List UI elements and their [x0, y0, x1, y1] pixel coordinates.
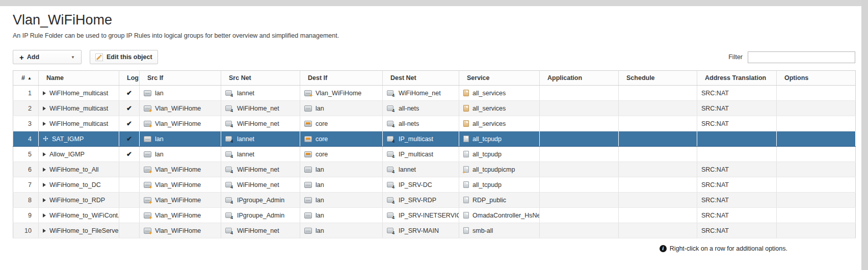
object-name: IP_SRV-DC: [399, 181, 432, 188]
object-name: WiFiHome_net: [237, 105, 279, 112]
object-name: all_tcpudp: [472, 136, 502, 143]
expand-arrow-icon[interactable]: [43, 168, 46, 172]
rule-name: WiFIHome_multicast: [49, 105, 108, 112]
object-name: Vlan_WiFiHome: [155, 227, 201, 234]
ipv4-network-icon: 4: [225, 121, 232, 126]
column-header-src_net[interactable]: Src Net: [221, 71, 300, 86]
cell-options: [777, 86, 856, 101]
column-header-service[interactable]: Service: [459, 71, 540, 86]
cell-service: all_services: [459, 101, 540, 116]
object-name: lannet: [237, 136, 254, 143]
expand-arrow-icon[interactable]: [43, 152, 46, 156]
footer-note: i Right-click on a row for additional op…: [13, 245, 787, 252]
add-button[interactable]: + Add ▼: [13, 50, 82, 64]
table-row[interactable]: 6WiFiHome_to_AllVlan_WiFiHome4WiFiHome_n…: [13, 162, 856, 177]
table-row[interactable]: 5Allow_IGMP✔lan4lannetcore4IP_multicasta…: [13, 147, 856, 162]
table-row[interactable]: 7WiFiHome_to_DCVlan_WiFiHome4WiFiHome_ne…: [13, 177, 856, 193]
cell-schedule: [619, 208, 697, 223]
table-row[interactable]: 8WiFiHome_to_RDPVlan_WiFiHome4IPgroupe_A…: [13, 193, 856, 208]
column-header-schedule[interactable]: Schedule: [619, 71, 697, 86]
column-header-dest_if[interactable]: Dest If: [300, 71, 383, 86]
column-label: Src If: [147, 74, 163, 82]
core-interface-icon: [304, 151, 312, 157]
table-row[interactable]: 2WiFIHome_multicast✔Vlan_WiFiHome4WiFiHo…: [13, 101, 856, 116]
column-header-address_translation[interactable]: Address Translation: [697, 71, 777, 86]
table-row[interactable]: 9WiFiHome_to_WiFiCont...Vlan_WiFiHome4IP…: [13, 208, 856, 223]
info-icon: i: [660, 245, 667, 252]
expand-arrow-icon[interactable]: [43, 198, 46, 202]
rule-name: WiFiHome_to_All: [49, 166, 99, 173]
ipv4-network-icon: 4: [225, 228, 232, 233]
cell-schedule: [619, 86, 697, 101]
cell-src-if: Vlan_WiFiHome: [140, 116, 221, 131]
vlan-interface-icon: [144, 228, 151, 234]
object-name: Vlan_WiFiHome: [155, 197, 201, 204]
interface-icon: [144, 151, 151, 157]
cell-options: [777, 101, 856, 116]
table-row[interactable]: 1WiFIHome_multicast✔lan4lannetVlan_WiFiH…: [13, 86, 856, 101]
expand-arrow-icon[interactable]: [43, 213, 46, 218]
cell-schedule: [619, 101, 697, 116]
expand-arrow-icon[interactable]: [43, 106, 46, 111]
cell-src-net: 4WiFiHome_net: [221, 116, 300, 131]
cell-address-translation: SRC:NAT: [697, 116, 777, 131]
ipv4-network-icon: 4: [387, 212, 393, 218]
object-name: IP_SRV-RDP: [399, 197, 436, 204]
cell-dest-if: lan: [300, 223, 383, 238]
toolbar: + Add ▼ Edit this object Filter: [13, 50, 855, 64]
cell-options: [777, 131, 856, 147]
rules-table: #▲NameLogSrc IfSrc NetDest IfDest NetSer…: [13, 70, 856, 238]
cell-service: all_tcpudp: [459, 177, 540, 193]
vlan-interface-icon: [144, 167, 151, 173]
object-name: WiFiHome_net: [237, 227, 279, 234]
vlan-interface-icon: [304, 90, 312, 96]
table-row[interactable]: 3WiFIHome_multicast✔Vlan_WiFiHome4WiFiHo…: [13, 116, 856, 131]
service-icon: [463, 105, 469, 112]
cell-dest-if: core: [300, 131, 383, 147]
filter-input[interactable]: [748, 51, 855, 63]
expand-arrow-icon[interactable]: [43, 229, 46, 233]
cell-schedule: [619, 162, 697, 177]
cell-num: 3: [13, 116, 39, 131]
expand-arrow-icon[interactable]: [43, 91, 46, 95]
object-name: OmadaController_HsNet: [472, 212, 540, 219]
column-header-application[interactable]: Application: [540, 71, 619, 86]
column-header-dest_net[interactable]: Dest Net: [383, 71, 459, 86]
expand-arrow-icon[interactable]: [43, 122, 46, 126]
object-name: Vlan_WiFiHome: [155, 181, 201, 188]
chevron-down-icon[interactable]: ▼: [71, 55, 75, 60]
move-row-icon: [43, 136, 48, 142]
object-name: IP_multicast: [399, 136, 433, 143]
table-row[interactable]: 4SAT_IGMP✔lan4lannetcore4IP_multicastall…: [13, 131, 856, 147]
column-header-name[interactable]: Name: [39, 71, 119, 86]
filter-label: Filter: [728, 53, 743, 61]
cell-name: SAT_IGMP: [39, 131, 119, 147]
object-name: all_tcpudpicmp: [472, 166, 515, 173]
plus-icon: +: [19, 53, 24, 61]
cell-num: 10: [13, 223, 39, 238]
object-name: all_services: [472, 105, 506, 112]
column-label: Address Translation: [705, 74, 766, 82]
edit-object-button[interactable]: Edit this object: [90, 50, 158, 64]
cell-dest-if: lan: [300, 162, 383, 177]
object-name: smb-all: [472, 227, 493, 234]
check-icon: ✔: [126, 120, 132, 127]
cell-log: ✔: [119, 101, 140, 116]
column-header-log[interactable]: Log: [119, 71, 140, 86]
service-icon: [463, 212, 469, 219]
expand-arrow-icon[interactable]: [43, 183, 46, 187]
column-header-options[interactable]: Options: [777, 71, 856, 86]
cell-application: [540, 116, 619, 131]
scrollbar-track[interactable]: [861, 0, 868, 270]
cell-src-if: Vlan_WiFiHome: [140, 193, 221, 208]
interface-icon: [304, 105, 312, 112]
column-header-src_if[interactable]: Src If: [140, 71, 221, 86]
object-name: Vlan_WiFiHome: [155, 105, 201, 112]
check-icon: ✔: [126, 150, 132, 158]
cell-application: [540, 223, 619, 238]
column-header-num[interactable]: #▲: [13, 71, 39, 86]
cell-dest-net: 4all-nets: [383, 101, 459, 116]
ipv4-network-icon: 4: [387, 182, 393, 187]
object-name: core: [315, 120, 328, 127]
table-row[interactable]: 10WiFiHome_to_FileServerVlan_WiFiHome4Wi…: [13, 223, 856, 238]
